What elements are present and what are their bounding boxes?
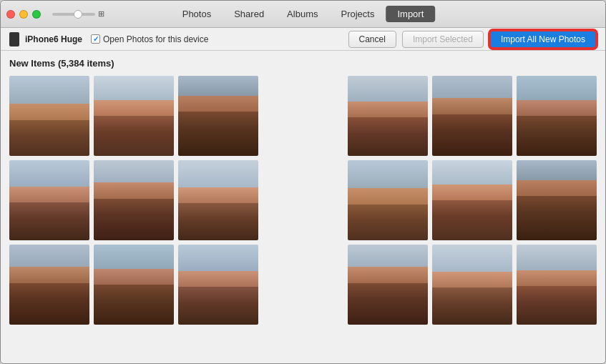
import-selected-button[interactable]: Import Selected xyxy=(402,31,484,48)
zoom-slider-container xyxy=(52,13,95,16)
tab-photos[interactable]: Photos xyxy=(171,6,223,22)
device-bar: iPhone6 Huge Open Photos for this device… xyxy=(1,28,605,51)
photo-item[interactable] xyxy=(348,76,428,156)
open-photos-text: Open Photos for this device xyxy=(103,34,208,44)
photo-item[interactable] xyxy=(94,76,174,156)
zoom-slider[interactable] xyxy=(52,13,95,16)
photo-item[interactable] xyxy=(432,245,512,325)
maximize-button[interactable] xyxy=(32,10,41,19)
photo-item[interactable] xyxy=(517,76,597,156)
import-all-button[interactable]: Import All New Photos xyxy=(489,30,597,49)
titlebar: ⊞ Photos Shared Albums Projects Import xyxy=(1,1,605,28)
photo-item-spacer xyxy=(263,76,343,156)
photo-item[interactable] xyxy=(348,160,428,240)
tab-projects[interactable]: Projects xyxy=(329,6,386,22)
photo-item[interactable] xyxy=(178,76,258,156)
photo-item-spacer xyxy=(263,160,343,240)
photo-item[interactable] xyxy=(9,160,89,240)
photo-item[interactable] xyxy=(94,160,174,240)
photo-item[interactable] xyxy=(9,76,89,156)
close-button[interactable] xyxy=(6,10,15,19)
traffic-lights xyxy=(6,10,41,19)
tab-albums[interactable]: Albums xyxy=(275,6,329,22)
photo-item[interactable] xyxy=(432,160,512,240)
tab-shared[interactable]: Shared xyxy=(223,6,275,22)
photo-item[interactable] xyxy=(517,160,597,240)
section-header: New Items (5,384 items) xyxy=(9,58,597,69)
tab-import[interactable]: Import xyxy=(386,6,435,22)
main-window: ⊞ Photos Shared Albums Projects Import i… xyxy=(0,0,606,364)
content-area[interactable]: New Items (5,384 items) xyxy=(1,51,605,363)
photo-grid xyxy=(9,76,597,325)
photo-item[interactable] xyxy=(348,245,428,325)
device-icon xyxy=(9,32,19,46)
photo-item[interactable] xyxy=(178,245,258,325)
zoom-slider-thumb[interactable] xyxy=(74,10,82,19)
cancel-button[interactable]: Cancel xyxy=(348,31,396,48)
photo-item-spacer xyxy=(263,245,343,325)
minimize-button[interactable] xyxy=(19,10,28,19)
nav-tabs: Photos Shared Albums Projects Import xyxy=(171,6,436,22)
device-name: iPhone6 Huge xyxy=(25,34,82,44)
open-photos-checkbox[interactable] xyxy=(91,34,100,44)
photo-item[interactable] xyxy=(94,245,174,325)
grid-icon: ⊞ xyxy=(98,9,104,19)
photo-item[interactable] xyxy=(9,245,89,325)
import-buttons: Cancel Import Selected Import All New Ph… xyxy=(348,30,597,49)
photo-item[interactable] xyxy=(432,76,512,156)
photo-item[interactable] xyxy=(178,160,258,240)
open-photos-label[interactable]: Open Photos for this device xyxy=(91,34,208,44)
photo-item[interactable] xyxy=(517,245,597,325)
window-controls: ⊞ xyxy=(52,9,104,19)
